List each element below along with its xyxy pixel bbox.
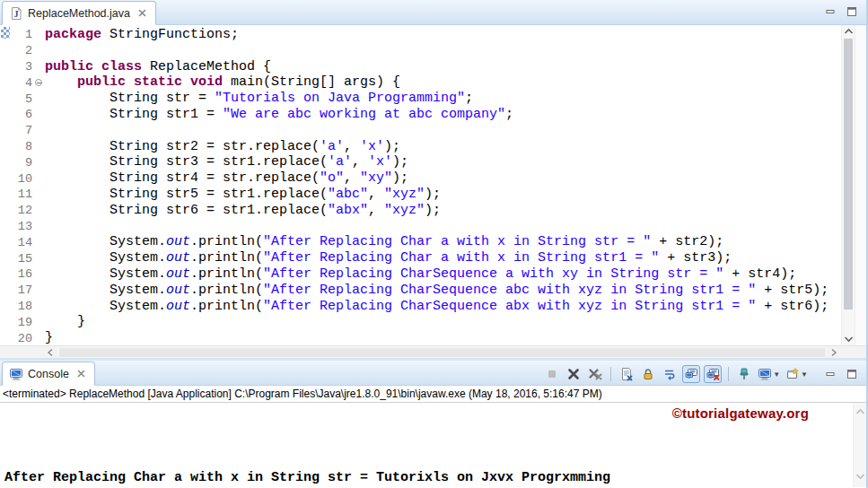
code-area[interactable]: package StringFunctions;public class Rep… xyxy=(43,25,841,345)
code-line[interactable] xyxy=(45,219,841,235)
show-stderr-toggle[interactable] xyxy=(704,365,722,383)
editor-area: 1234567891011121314151617181920 package … xyxy=(0,25,866,345)
dropdown-arrow-icon[interactable]: ▼ xyxy=(773,370,780,379)
console-tab-label: Console xyxy=(28,368,69,380)
line-number[interactable]: 5 xyxy=(12,91,43,107)
clear-console-button[interactable] xyxy=(618,365,636,383)
line-number[interactable]: 1 xyxy=(12,27,43,43)
line-number[interactable]: 17 xyxy=(12,283,43,299)
fold-collapse-icon[interactable] xyxy=(35,79,42,86)
code-line[interactable]: System.out.println("After Replacing Char… xyxy=(45,266,841,283)
line-number[interactable]: 19 xyxy=(12,314,43,330)
word-wrap-toggle[interactable] xyxy=(661,365,679,383)
annotation-ruler[interactable] xyxy=(0,25,12,345)
watermark: ©tutorialgateway.org xyxy=(672,405,809,422)
console-scroll-up-icon[interactable] xyxy=(855,405,865,421)
terminate-button[interactable] xyxy=(543,365,561,383)
line-number-ruler[interactable]: 1234567891011121314151617181920 xyxy=(12,25,43,345)
minimize-console-button[interactable] xyxy=(821,365,839,383)
toolbar-separator xyxy=(610,367,611,381)
editor-vertical-scrollbar[interactable] xyxy=(841,25,855,345)
console-tab[interactable]: Console xyxy=(2,362,95,386)
line-number[interactable]: 12 xyxy=(12,203,43,219)
console-tabbar: Console ▼▼ xyxy=(0,361,866,386)
code-line[interactable]: String str1 = "We are abc working at abc… xyxy=(45,107,841,123)
code-line[interactable]: public class ReplaceMethod { xyxy=(45,59,841,75)
svg-text:J: J xyxy=(14,9,19,19)
editor-maximize-button[interactable] xyxy=(845,4,859,19)
editor-hscroll-thumb[interactable] xyxy=(59,348,825,357)
console-vertical-scrollbar[interactable] xyxy=(853,403,866,487)
code-line[interactable] xyxy=(45,43,841,59)
line-number[interactable]: 2 xyxy=(12,43,43,59)
editor-tab-label: ReplaceMethod.java xyxy=(28,7,130,20)
console-toolbar: ▼▼ xyxy=(543,364,861,384)
eclipse-window: J ReplaceMethod.java 1234567891011121314… xyxy=(0,0,868,488)
editor-tab-replacemethod[interactable]: J ReplaceMethod.java xyxy=(2,1,156,25)
line-number[interactable]: 14 xyxy=(12,234,43,250)
code-line[interactable]: public static void main(String[] args) { xyxy=(45,74,841,91)
line-number[interactable]: 6 xyxy=(12,107,43,123)
line-number[interactable]: 18 xyxy=(12,299,43,315)
console-scroll-down-icon[interactable] xyxy=(855,469,865,485)
toolbar-separator xyxy=(728,367,729,381)
console-output[interactable]: ©tutorialgateway.org After Replacing Cha… xyxy=(0,403,866,487)
code-line[interactable]: } xyxy=(45,330,841,345)
code-line[interactable]: String str3 = str1.replace('a', 'x'); xyxy=(45,154,841,170)
line-number[interactable]: 13 xyxy=(12,219,43,235)
editor-tabbar: J ReplaceMethod.java xyxy=(0,0,866,25)
code-line[interactable]: String str = "Tutorials on Java Programm… xyxy=(45,91,841,107)
code-line[interactable] xyxy=(45,123,841,139)
scroll-left-icon[interactable] xyxy=(43,348,57,357)
console-tab-close-icon[interactable] xyxy=(76,369,86,379)
console-output-line: After Replacing Char a with x in String … xyxy=(4,470,848,486)
line-number[interactable]: 4 xyxy=(12,74,43,91)
scroll-up-icon[interactable] xyxy=(842,25,855,38)
code-line[interactable]: } xyxy=(45,314,841,330)
line-number[interactable]: 20 xyxy=(12,330,43,346)
scroll-right-icon[interactable] xyxy=(827,348,841,357)
line-number[interactable]: 16 xyxy=(12,266,43,283)
display-selected-console-button[interactable]: ▼ xyxy=(757,365,781,383)
editor-horizontal-scrollbar[interactable] xyxy=(0,345,866,358)
line-number[interactable]: 8 xyxy=(12,139,43,155)
line-number[interactable]: 10 xyxy=(12,170,43,187)
line-number[interactable]: 7 xyxy=(12,123,43,139)
remove-all-terminated-button[interactable] xyxy=(586,365,604,383)
quickdiff-marker xyxy=(1,27,10,39)
editor-tab-close-icon[interactable] xyxy=(137,8,147,18)
line-number[interactable]: 11 xyxy=(12,187,43,203)
scroll-down-icon[interactable] xyxy=(842,333,855,345)
console-status-line: <terminated> ReplaceMethod [Java Applica… xyxy=(0,386,866,403)
editor-minimize-button[interactable] xyxy=(823,4,837,19)
code-line[interactable]: String str4 = str.replace("o", "xy"); xyxy=(45,170,841,187)
line-number[interactable]: 9 xyxy=(12,154,43,170)
line-number[interactable]: 3 xyxy=(12,59,43,75)
console-icon xyxy=(9,367,23,381)
line-number[interactable]: 15 xyxy=(12,250,43,266)
dropdown-arrow-icon[interactable]: ▼ xyxy=(801,370,808,379)
code-line[interactable]: String str6 = str1.replace("abx", "xyz")… xyxy=(45,203,841,219)
show-stdout-toggle[interactable] xyxy=(682,365,700,383)
maximize-console-button[interactable] xyxy=(843,365,861,383)
remove-launch-button[interactable] xyxy=(565,365,583,383)
java-file-icon: J xyxy=(9,6,23,21)
code-line[interactable]: package StringFunctions; xyxy=(45,27,841,43)
overview-ruler[interactable] xyxy=(855,25,866,345)
open-console-button[interactable]: ▼ xyxy=(785,365,809,383)
scroll-lock-toggle[interactable] xyxy=(639,365,657,383)
console-output-line: After Replacing Char a with x in String … xyxy=(4,486,848,487)
code-line[interactable]: String str2 = str.replace('a', 'x'); xyxy=(45,139,841,155)
code-line[interactable]: System.out.println("After Replacing Char… xyxy=(45,250,841,266)
pin-console-toggle[interactable] xyxy=(735,365,753,383)
code-line[interactable]: String str5 = str1.replace("abc", "xyz")… xyxy=(45,187,841,203)
code-line[interactable]: System.out.println("After Replacing Char… xyxy=(45,299,841,315)
editor-vscroll-thumb[interactable] xyxy=(844,39,853,309)
code-line[interactable]: System.out.println("After Replacing Char… xyxy=(45,234,841,250)
code-line[interactable]: System.out.println("After Replacing Char… xyxy=(45,283,841,299)
